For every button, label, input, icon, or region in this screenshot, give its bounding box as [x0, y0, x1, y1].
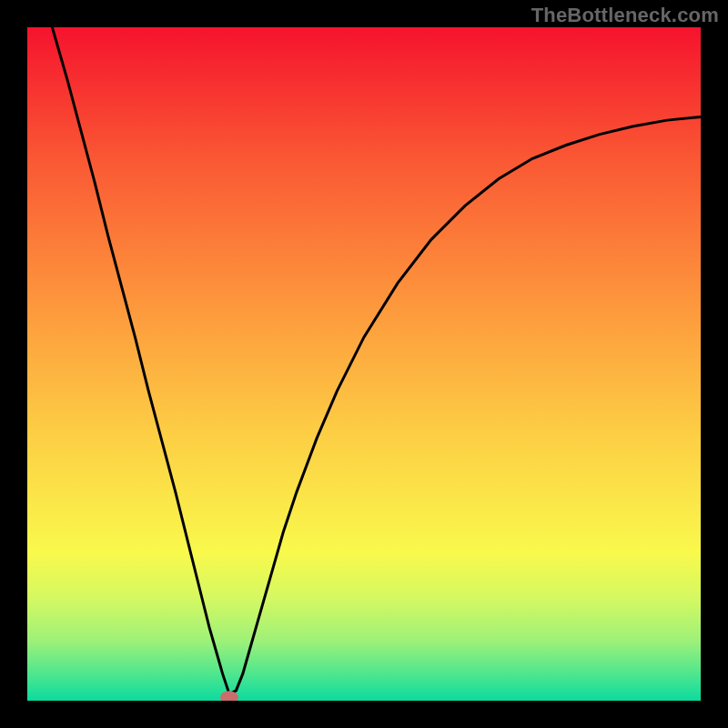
chart-svg — [0, 0, 728, 728]
x-axis — [0, 701, 728, 728]
watermark-text: TheBottleneck.com — [531, 4, 719, 27]
plot-area — [27, 27, 701, 701]
y-axis — [0, 0, 27, 728]
bottleneck-curve-chart: TheBottleneck.com — [0, 0, 728, 728]
